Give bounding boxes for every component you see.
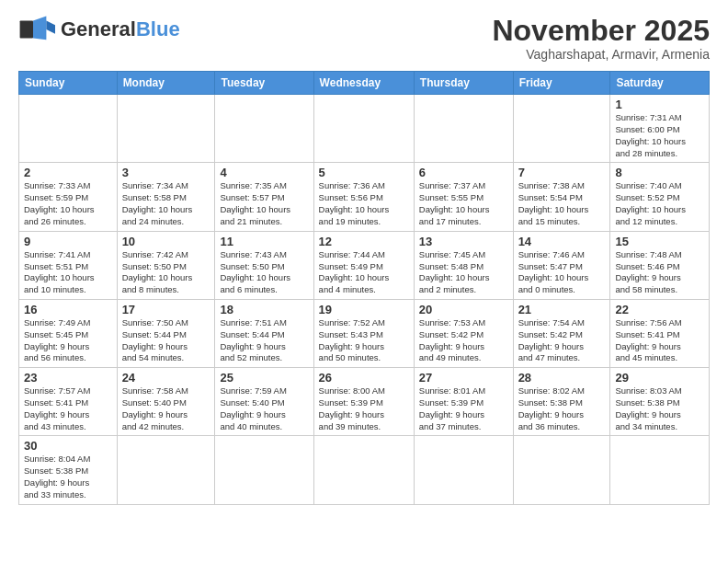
table-row: 9Sunrise: 7:41 AMSunset: 5:51 PMDaylight… — [19, 231, 118, 299]
day-info: Sunrise: 7:33 AMSunset: 5:59 PMDaylight:… — [24, 180, 112, 227]
calendar: Sunday Monday Tuesday Wednesday Thursday… — [18, 71, 710, 505]
day-info: Sunrise: 7:59 AMSunset: 5:40 PMDaylight:… — [220, 385, 308, 432]
col-thursday: Thursday — [414, 72, 513, 95]
day-number: 22 — [615, 303, 704, 316]
day-number: 4 — [220, 166, 308, 179]
table-row: 20Sunrise: 7:53 AMSunset: 5:42 PMDayligh… — [414, 299, 513, 367]
table-row — [513, 436, 610, 504]
day-number: 25 — [220, 371, 308, 385]
day-info: Sunrise: 8:00 AMSunset: 5:39 PMDaylight:… — [319, 385, 409, 432]
day-info: Sunrise: 7:41 AMSunset: 5:51 PMDaylight:… — [24, 249, 112, 296]
calendar-week-5: 23Sunrise: 7:57 AMSunset: 5:41 PMDayligh… — [19, 368, 710, 436]
day-info: Sunrise: 7:57 AMSunset: 5:41 PMDaylight:… — [24, 385, 112, 432]
table-row: 21Sunrise: 7:54 AMSunset: 5:42 PMDayligh… — [513, 299, 610, 367]
table-row: 13Sunrise: 7:45 AMSunset: 5:48 PMDayligh… — [414, 231, 513, 299]
table-row: 14Sunrise: 7:46 AMSunset: 5:47 PMDayligh… — [513, 231, 610, 299]
svg-marker-1 — [33, 17, 46, 40]
table-row — [414, 436, 513, 504]
table-row: 3Sunrise: 7:34 AMSunset: 5:58 PMDaylight… — [117, 163, 215, 231]
table-row: 5Sunrise: 7:36 AMSunset: 5:56 PMDaylight… — [313, 163, 414, 231]
table-row: 2Sunrise: 7:33 AMSunset: 5:59 PMDaylight… — [19, 163, 118, 231]
table-row: 25Sunrise: 7:59 AMSunset: 5:40 PMDayligh… — [215, 368, 313, 436]
col-tuesday: Tuesday — [215, 72, 313, 95]
day-number: 15 — [615, 235, 704, 248]
day-number: 6 — [419, 166, 508, 179]
table-row — [313, 95, 414, 163]
calendar-week-6: 30Sunrise: 8:04 AMSunset: 5:38 PMDayligh… — [19, 436, 710, 504]
day-info: Sunrise: 7:48 AMSunset: 5:46 PMDaylight:… — [615, 249, 704, 296]
day-number: 12 — [319, 235, 409, 248]
table-row: 15Sunrise: 7:48 AMSunset: 5:46 PMDayligh… — [610, 231, 710, 299]
day-info: Sunrise: 8:04 AMSunset: 5:38 PMDaylight:… — [24, 454, 112, 500]
day-info: Sunrise: 8:01 AMSunset: 5:39 PMDaylight:… — [419, 385, 508, 432]
day-number: 30 — [24, 439, 112, 453]
day-number: 28 — [518, 371, 606, 385]
day-info: Sunrise: 7:40 AMSunset: 5:52 PMDaylight:… — [615, 180, 704, 227]
calendar-week-3: 9Sunrise: 7:41 AMSunset: 5:51 PMDaylight… — [19, 231, 710, 299]
table-row — [414, 95, 513, 163]
day-info: Sunrise: 7:50 AMSunset: 5:44 PMDaylight:… — [122, 317, 210, 364]
table-row: 26Sunrise: 8:00 AMSunset: 5:39 PMDayligh… — [313, 368, 414, 436]
day-info: Sunrise: 7:44 AMSunset: 5:49 PMDaylight:… — [319, 249, 409, 296]
day-info: Sunrise: 7:43 AMSunset: 5:50 PMDaylight:… — [220, 249, 308, 296]
day-number: 8 — [615, 166, 704, 179]
day-number: 17 — [122, 303, 210, 316]
table-row: 7Sunrise: 7:38 AMSunset: 5:54 PMDaylight… — [513, 163, 610, 231]
table-row: 17Sunrise: 7:50 AMSunset: 5:44 PMDayligh… — [117, 299, 215, 367]
logo: GeneralBlue — [18, 15, 180, 44]
table-row: 12Sunrise: 7:44 AMSunset: 5:49 PMDayligh… — [313, 231, 414, 299]
table-row — [215, 95, 313, 163]
table-row: 10Sunrise: 7:42 AMSunset: 5:50 PMDayligh… — [117, 231, 215, 299]
table-row: 22Sunrise: 7:56 AMSunset: 5:41 PMDayligh… — [610, 299, 710, 367]
day-info: Sunrise: 7:58 AMSunset: 5:40 PMDaylight:… — [122, 385, 210, 432]
table-row: 24Sunrise: 7:58 AMSunset: 5:40 PMDayligh… — [117, 368, 215, 436]
day-number: 16 — [24, 303, 112, 316]
day-number: 27 — [419, 371, 508, 385]
day-number: 18 — [220, 303, 308, 316]
day-info: Sunrise: 7:35 AMSunset: 5:57 PMDaylight:… — [220, 180, 308, 227]
day-info: Sunrise: 7:36 AMSunset: 5:56 PMDaylight:… — [319, 180, 409, 227]
day-number: 29 — [615, 371, 704, 385]
day-number: 14 — [518, 235, 606, 248]
logo-text: GeneralBlue — [61, 19, 180, 40]
day-info: Sunrise: 7:46 AMSunset: 5:47 PMDaylight:… — [518, 249, 606, 296]
table-row: 1Sunrise: 7:31 AMSunset: 6:00 PMDaylight… — [610, 95, 710, 163]
table-row — [313, 436, 414, 504]
day-number: 24 — [122, 371, 210, 385]
col-friday: Friday — [513, 72, 610, 95]
table-row: 30Sunrise: 8:04 AMSunset: 5:38 PMDayligh… — [19, 436, 118, 504]
day-info: Sunrise: 7:34 AMSunset: 5:58 PMDaylight:… — [122, 180, 210, 227]
col-monday: Monday — [117, 72, 215, 95]
title-block: November 2025 Vagharshapat, Armavir, Arm… — [492, 15, 710, 62]
header: GeneralBlue November 2025 Vagharshapat, … — [18, 15, 710, 62]
day-number: 23 — [24, 371, 112, 385]
day-info: Sunrise: 7:37 AMSunset: 5:55 PMDaylight:… — [419, 180, 508, 227]
calendar-week-2: 2Sunrise: 7:33 AMSunset: 5:59 PMDaylight… — [19, 163, 710, 231]
calendar-week-4: 16Sunrise: 7:49 AMSunset: 5:45 PMDayligh… — [19, 299, 710, 367]
table-row: 18Sunrise: 7:51 AMSunset: 5:44 PMDayligh… — [215, 299, 313, 367]
day-number: 1 — [615, 98, 704, 111]
day-number: 9 — [24, 235, 112, 248]
col-sunday: Sunday — [19, 72, 118, 95]
table-row — [117, 95, 215, 163]
day-number: 21 — [518, 303, 606, 316]
day-info: Sunrise: 7:38 AMSunset: 5:54 PMDaylight:… — [518, 180, 606, 227]
day-info: Sunrise: 7:56 AMSunset: 5:41 PMDaylight:… — [615, 317, 704, 364]
table-row: 11Sunrise: 7:43 AMSunset: 5:50 PMDayligh… — [215, 231, 313, 299]
table-row — [19, 95, 118, 163]
table-row: 8Sunrise: 7:40 AMSunset: 5:52 PMDaylight… — [610, 163, 710, 231]
table-row: 23Sunrise: 7:57 AMSunset: 5:41 PMDayligh… — [19, 368, 118, 436]
day-info: Sunrise: 8:03 AMSunset: 5:38 PMDaylight:… — [615, 385, 704, 432]
table-row — [117, 436, 215, 504]
table-row — [513, 95, 610, 163]
day-info: Sunrise: 7:53 AMSunset: 5:42 PMDaylight:… — [419, 317, 508, 364]
page: GeneralBlue November 2025 Vagharshapat, … — [0, 0, 728, 514]
day-number: 3 — [122, 166, 210, 179]
table-row — [215, 436, 313, 504]
location-subtitle: Vagharshapat, Armavir, Armenia — [492, 47, 710, 62]
day-number: 5 — [319, 166, 409, 179]
day-info: Sunrise: 7:54 AMSunset: 5:42 PMDaylight:… — [518, 317, 606, 364]
calendar-header-row: Sunday Monday Tuesday Wednesday Thursday… — [19, 72, 710, 95]
table-row: 29Sunrise: 8:03 AMSunset: 5:38 PMDayligh… — [610, 368, 710, 436]
svg-marker-2 — [46, 20, 55, 33]
